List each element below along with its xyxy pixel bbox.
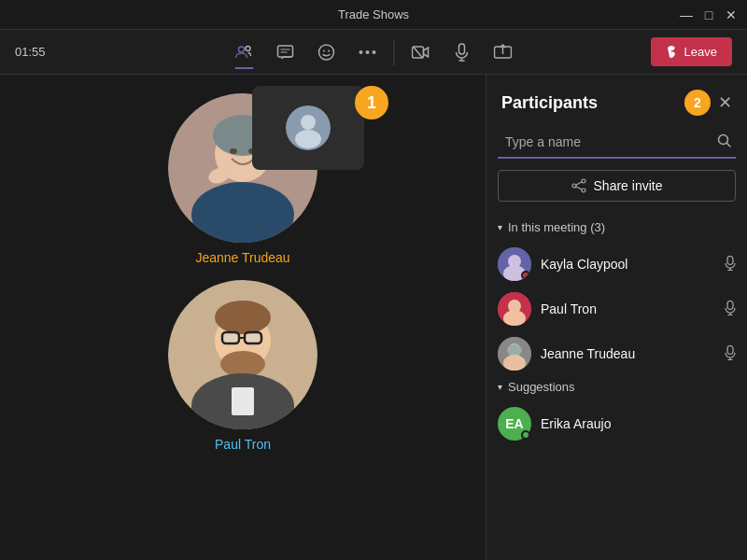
in-meeting-section-header: ▾ In this meeting (3) [486, 217, 747, 242]
svg-point-31 [220, 351, 265, 377]
erika-avatar: EA [498, 407, 531, 441]
chat-icon [276, 43, 295, 62]
svg-rect-60 [727, 345, 733, 354]
svg-point-6 [323, 49, 325, 51]
participant-item-kayla[interactable]: Kayla Claypool [486, 242, 747, 287]
svg-point-41 [582, 189, 585, 192]
mic-button[interactable] [444, 34, 481, 71]
svg-rect-36 [232, 387, 254, 415]
svg-rect-13 [459, 44, 465, 54]
window-close-button[interactable]: ✕ [723, 7, 740, 23]
sidebar-header-right: 2 ✕ [684, 90, 732, 116]
svg-rect-47 [727, 256, 733, 264]
more-button[interactable] [349, 34, 387, 71]
participants-sidebar: Participants 2 ✕ [486, 75, 747, 560]
jeanne-name-label: Jeanne Trudeau [195, 250, 289, 265]
svg-point-40 [582, 179, 585, 183]
svg-point-30 [215, 301, 271, 334]
video-tile-paul: Paul Tron [11, 280, 474, 452]
svg-point-25 [230, 148, 237, 154]
svg-point-8 [359, 50, 363, 54]
maximize-button[interactable]: □ [700, 7, 717, 23]
sidebar-title: Participants [501, 93, 598, 113]
video-icon [412, 45, 430, 60]
share-invite-button[interactable]: Share invite [498, 170, 736, 202]
participant-item-paul[interactable]: Paul Tron [486, 287, 747, 331]
chat-button[interactable] [267, 34, 304, 71]
svg-point-19 [301, 115, 316, 130]
kayla-avatar [498, 247, 531, 281]
jeanne-mic-icon [725, 345, 736, 363]
search-container [498, 127, 736, 159]
paul-sidebar-avatar-image [498, 292, 531, 326]
small-avatar-image [286, 105, 331, 150]
share-icon [494, 44, 513, 61]
video-area: 1 [0, 75, 486, 560]
participant-item-jeanne[interactable]: Jeanne Trudeau [486, 331, 747, 376]
small-tile-avatar [286, 105, 331, 150]
participant-count-badge: 1 [355, 86, 388, 119]
svg-rect-32 [222, 332, 239, 343]
svg-point-39 [572, 184, 576, 188]
window-controls: — □ ✕ [678, 7, 740, 23]
suggestions-chevron: ▾ [498, 382, 502, 392]
sidebar-close-button[interactable]: ✕ [718, 92, 732, 113]
mic-icon [455, 43, 470, 62]
paul-sidebar-name: Paul Tron [541, 301, 715, 316]
kayla-status-dot [521, 271, 530, 280]
suggestion-item-erika[interactable]: EA Erika Araujo [486, 401, 747, 446]
svg-point-0 [239, 47, 245, 52]
title-bar: Trade Shows — □ ✕ [0, 0, 747, 30]
kayla-mic-icon [725, 256, 736, 273]
avatar-paul [168, 280, 317, 429]
erika-online-dot [521, 430, 530, 440]
participants-icon [235, 43, 254, 62]
suggestions-section-header: ▾ Suggestions [486, 376, 747, 401]
reactions-button[interactable] [308, 34, 345, 71]
search-button[interactable] [717, 133, 732, 152]
svg-line-43 [576, 187, 582, 189]
jeanne-sidebar-avatar-image [498, 337, 531, 371]
paul-avatar-image [168, 280, 317, 429]
paul-name-label: Paul Tron [215, 437, 271, 452]
toolbar-right: Leave [651, 37, 732, 66]
sidebar-badge: 2 [684, 90, 711, 116]
video-tiles: Jeanne Trudeau [11, 86, 474, 452]
paul-mic-icon [725, 301, 736, 318]
svg-rect-33 [245, 332, 261, 343]
main-content: 1 [0, 75, 747, 560]
svg-line-38 [727, 144, 731, 147]
paul-mic-svg [725, 301, 736, 315]
search-input[interactable] [498, 127, 736, 159]
svg-point-20 [295, 130, 321, 148]
sidebar-header: Participants 2 ✕ [486, 75, 747, 127]
erika-name: Erika Araujo [541, 416, 736, 431]
share-button[interactable] [485, 34, 522, 71]
share-invite-icon [571, 178, 586, 193]
participants-button[interactable] [226, 34, 263, 71]
leave-button[interactable]: Leave [651, 37, 732, 66]
video-tile-jeanne: Jeanne Trudeau [11, 93, 474, 265]
jeanne-sidebar-name: Jeanne Trudeau [541, 346, 715, 361]
window-title: Trade Shows [338, 7, 409, 21]
svg-point-1 [246, 46, 250, 50]
minimize-button[interactable]: — [678, 7, 695, 23]
toolbar: 01:55 [0, 30, 747, 75]
toolbar-center-buttons [226, 34, 522, 71]
svg-rect-53 [727, 301, 733, 309]
jeanne-sidebar-avatar [498, 337, 531, 371]
kayla-mic-svg [725, 256, 736, 271]
more-icon [359, 50, 377, 54]
in-meeting-chevron: ▾ [498, 222, 502, 232]
small-participant-tile [252, 86, 364, 170]
video-button[interactable] [402, 34, 440, 71]
svg-point-58 [507, 344, 522, 356]
phone-icon [666, 46, 679, 59]
reactions-icon [317, 43, 336, 62]
search-icon [717, 133, 732, 148]
toolbar-divider [394, 39, 395, 65]
svg-point-7 [328, 49, 330, 51]
kayla-name: Kayla Claypool [541, 257, 715, 272]
svg-rect-2 [278, 46, 293, 57]
svg-line-12 [414, 47, 423, 58]
